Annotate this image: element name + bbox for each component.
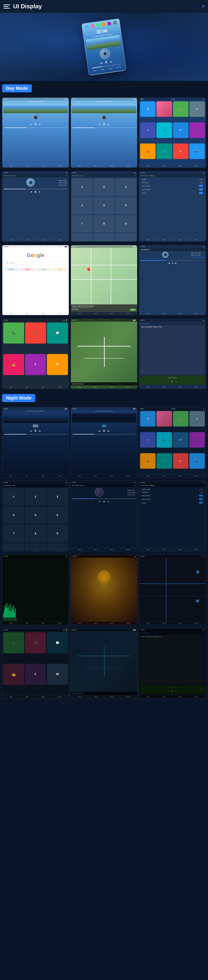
day-mode-row2: 17:46▲ Bluetooth_Music ✕ Music Title Mus… <box>0 169 208 243</box>
night-waveform-screen: 17:46▲ <box>2 555 69 625</box>
day-apps-screen: ●●●16:44▲ 📡 🎵 📻 ⚙ ✈ 📞 BT 📺 🚗 🌐 ▶ 📷 <box>139 97 206 168</box>
night-apps-screen: ●●●16:44▲ 📡 🎵 📻 ⚙ ✈ 📞 BT 📺 🚗 🌐 ▶ 📷 <box>139 407 206 477</box>
nav-lines-icon[interactable]: ≡ <box>202 4 205 9</box>
night-music-screen-1: 20:08◀ ▶ A exciting dance of different <box>2 407 69 477</box>
google-search-text: Search... <box>9 262 16 264</box>
day-music-screen-2: 20:08◀ ▶ A exciting dance of different ⏮… <box>71 97 137 168</box>
day-mode-row3: V1:54◼◼ Google 🔍Search... Chrome Maps Dr… <box>0 243 208 317</box>
day-bluetooth-settings-screen: 17:46▲ Bluetooth_Settings CarBT CarBT De… <box>139 171 206 241</box>
auto-answer-label: Auto answer <box>142 185 150 187</box>
night-mode-row2: 17:46▲ Bluetooth_Call ✕ 1 2 3 4 5 6 7 8 <box>0 479 208 553</box>
night-music2-subtitle: A exciting dance of different <box>71 410 137 412</box>
night-mode-title-container: Night Mode <box>0 391 208 406</box>
bt-music-album: Music Album <box>59 182 68 184</box>
nav-start-label: Start on Dongliao Tongue Road <box>141 326 204 328</box>
night-nav-screen: 18:51▲ ↑ ↗ 2.3 km DIALAPPNAVIAPTS <box>139 555 206 625</box>
night-bt-music-label: Bluetooth_Music <box>72 484 85 486</box>
night-bluetooth-call-screen: 17:46▲ Bluetooth_Call ✕ 1 2 3 4 5 6 7 8 <box>2 481 69 551</box>
header: UI Display ≡ <box>0 0 208 13</box>
day-nav-map-screen: 18:30◼◼ 10/14 ETA 9.0 km DIALAPPNAVIAPTS <box>71 319 137 389</box>
night-nav-map-screen: 18:30◼◼ 10/14 ETA 9.0 km DIALAPPNAVIAPTS <box>71 628 137 698</box>
night-nav-distance: 10/14 ETA 9.0 km <box>72 693 84 694</box>
night-device-name: CarBT <box>199 488 203 490</box>
device-name-value: CarBT <box>199 179 203 180</box>
map-address: Perkins Rd, Baton Rouge, LA <box>72 307 136 308</box>
night-bluetooth-music-screen: 17:46▲ Bluetooth_Music ✕ Music Title Mus… <box>71 481 137 551</box>
day-map-screen: 18:30◼◼ Sunny Coffee Modern Restaurant P… <box>71 245 137 315</box>
day-bluetooth-music-screen: 17:46▲ Bluetooth_Music ✕ Music Title Mus… <box>2 171 69 241</box>
bt-music-artist: Music Artist <box>59 184 68 186</box>
day-mode-title: Day Mode <box>2 84 32 92</box>
map-eta: 16:16 ETA <box>72 309 79 311</box>
night-nav-start: Start on Dongliao Tongue Road <box>141 636 204 637</box>
device-pin-value: 0000 <box>200 182 203 183</box>
day-google-screen: V1:54◼◼ Google 🔍Search... Chrome Maps Dr… <box>2 245 69 315</box>
day-nav-info-screen: 18:51▲ ⬅ Turn Left Start on Dongliao Ton… <box>139 319 206 389</box>
night-device-pin: 0000 <box>200 492 203 493</box>
hamburger-menu-icon[interactable] <box>3 3 11 10</box>
night-power: Power <box>142 502 146 504</box>
hero-section: 20:08 A exciting dance of different ⏮ ⏸ … <box>0 13 208 81</box>
night-mode-row1: 20:08◀ ▶ A exciting dance of different <box>0 406 208 479</box>
day-music1-subtitle: A exciting dance of different <box>2 100 69 102</box>
night-bt-call-label: Bluetooth_Call <box>4 484 15 486</box>
map-go-button[interactable]: GO <box>130 309 136 311</box>
night-nav-info-screen: 18:51▲ ⬅ Turn Left Start on Dongliao Ton… <box>139 628 206 698</box>
day-mode-section: Day Mode 20:08◀ ▶ A exciting dance of di… <box>0 81 208 391</box>
day-social-music-screen: 17:46▲ SocialMusic 华乐_019.mp3 华乐_010.mp3… <box>139 245 206 315</box>
page-title: UI Display <box>13 3 42 10</box>
bt-settings-label: Bluetooth_Settings <box>140 175 155 177</box>
google-logo: Google <box>2 248 69 260</box>
header-left: UI Display <box>3 3 42 10</box>
day-mode-title-container: Day Mode <box>0 81 208 96</box>
map-restaurant-name: Sunny Coffee Modern Restaurant <box>72 305 136 307</box>
bt-music-label: Bluetooth_Music <box>4 175 16 177</box>
nav-distance-label: 10/14 ETA 9.0 km <box>72 383 84 385</box>
night-mode-section: Night Mode 20:08◀ ▶ A exciting dance of … <box>0 391 208 700</box>
power-label: Power <box>142 192 146 194</box>
day-music-screen-1: 20:08◀ ▶ A exciting dance of different ⏮… <box>2 97 69 168</box>
hero-device-mockup: 20:08 A exciting dance of different ⏮ ⏸ … <box>82 18 127 76</box>
night-mode-title: Night Mode <box>2 394 35 402</box>
night-music-screen-2: 20:08◀ ▶ A exciting dance of different <box>71 407 137 477</box>
day-mode-row1: 20:08◀ ▶ A exciting dance of different ⏮… <box>0 96 208 169</box>
not-playing-label: Not Playing <box>141 377 203 379</box>
day-carplay-apps-screen: 19:44▲ 🔋 📞 🎵 💬 📻 🎙 🗺 DIALAPPNAVIAPTS <box>2 319 69 389</box>
auto-connect-label: Auto connect <box>142 189 150 190</box>
night-music1-subtitle: A exciting dance of different <box>2 410 69 412</box>
night-auto-connect: Auto connect <box>142 498 150 500</box>
google-search-bar[interactable]: 🔍Search... <box>4 261 67 265</box>
night-mode-row4: 19:44▲ 🔋 📞 🎵 💬 📻 🎙 🗺 DIALAPPNAVIAPTS <box>0 627 208 700</box>
bt-music-title: Music Title <box>59 180 68 182</box>
day-bluetooth-call-screen: 17:46▲ Bluetooth_Call ✕ 123 456 789 *0# … <box>71 171 137 241</box>
night-food-screen: 17:46▲ DIALAPPNAVIAPTS <box>71 555 137 625</box>
night-carplay-apps-screen: 19:44▲ 🔋 📞 🎵 💬 📻 🎙 🗺 DIALAPPNAVIAPTS <box>2 628 69 698</box>
day-music2-subtitle: A exciting dance of different <box>71 100 137 102</box>
night-bt-music-artist: Music Artist <box>128 494 136 496</box>
night-not-playing: Not Playing <box>141 686 203 688</box>
device-name-label: CarBT <box>142 179 146 180</box>
hero-album-art <box>99 48 111 59</box>
bt-call-label: Bluetooth_Call <box>72 175 83 177</box>
night-bluetooth-settings-screen: 17:46▲ Bluetooth_Settings Device name Ca… <box>139 481 206 551</box>
night-auto-answer: Auto answer <box>142 495 150 496</box>
night-bt-music-album: Music Album <box>128 492 136 494</box>
day-mode-row4: 19:44▲ 🔋 📞 🎵 💬 📻 🎙 🗺 DIALAPPNAVIAPTS <box>0 317 208 391</box>
night-bt-music-title: Music Title <box>128 489 136 492</box>
night-mode-row3: 17:46▲ <box>0 553 208 627</box>
night-bt-settings-label: Bluetooth_Settings <box>140 484 155 486</box>
